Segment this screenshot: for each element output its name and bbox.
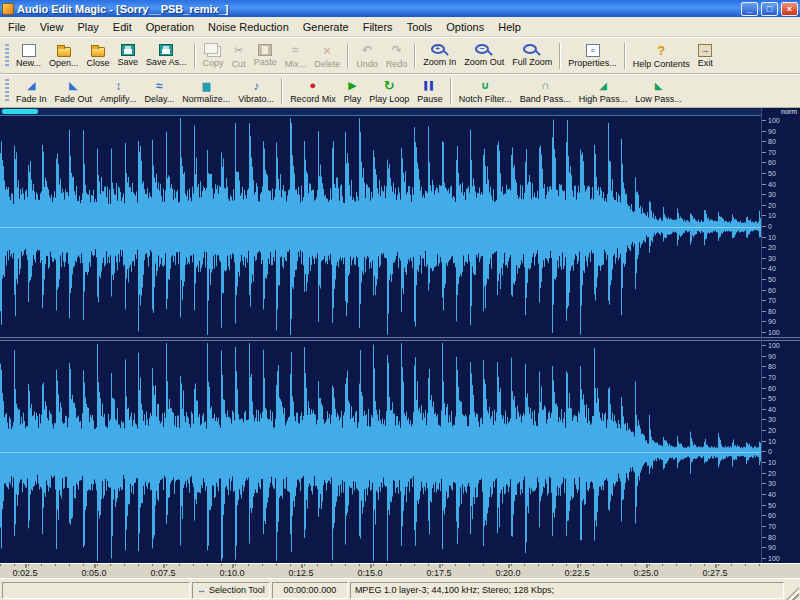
- exit-icon: →: [698, 44, 712, 57]
- menu-item-filters[interactable]: Filters: [356, 18, 400, 36]
- toolbar-button-undo: ↶Undo: [352, 41, 382, 71]
- record-mix-icon: ●: [306, 78, 320, 93]
- horizontal-scrollbar[interactable]: [0, 108, 761, 116]
- toolbar-button-notch-filter[interactable]: ∪Notch Filter...: [455, 76, 516, 106]
- status-panel-format: MPEG 1.0 layer-3; 44,100 kHz; Stereo; 12…: [350, 582, 784, 599]
- ruler-value: 0: [762, 223, 800, 230]
- ruler-value: 90: [762, 318, 800, 325]
- amplitude-ruler: norm 10090807060504030201001020304050607…: [761, 108, 800, 563]
- ruler-value: 10: [762, 459, 800, 466]
- toolbar-button-label: Redo: [386, 59, 408, 69]
- ruler-value: 60: [762, 512, 800, 519]
- ruler-value: 60: [762, 385, 800, 392]
- toolbar-button-zoom-out[interactable]: −Zoom Out: [460, 42, 508, 69]
- menu-item-help[interactable]: Help: [491, 18, 528, 36]
- menu-item-file[interactable]: File: [1, 18, 33, 36]
- toolbar-button-zoom-in[interactable]: +Zoom In: [419, 42, 460, 69]
- toolbar-button-mix: ≈Mix...: [281, 41, 311, 71]
- vibrato-icon: ♪: [249, 78, 263, 93]
- full-zoom-icon: [523, 44, 537, 54]
- toolbar-button-save-as[interactable]: Save As...: [142, 42, 191, 69]
- menu-item-options[interactable]: Options: [439, 18, 491, 36]
- play-loop-icon: ↻: [382, 78, 396, 93]
- waveform-right-channel[interactable]: [0, 341, 761, 563]
- ruler-value: 40: [762, 181, 800, 188]
- toolbar-button-open[interactable]: Open...: [45, 42, 83, 70]
- toolbar-button-properties[interactable]: ≡Properties...: [564, 42, 621, 70]
- selection-tool-icon: ↔: [197, 586, 206, 595]
- cursor-time: 00:00:00.000: [284, 585, 337, 595]
- toolbar-button-label: Notch Filter...: [459, 94, 512, 104]
- toolbar-button-save[interactable]: Save: [114, 42, 143, 69]
- ruler-value: 70: [762, 374, 800, 381]
- toolbar-button-delay[interactable]: ≈Delay...: [140, 76, 178, 106]
- timeline-label: 0:07.5: [150, 568, 175, 578]
- close-button[interactable]: ×: [781, 2, 798, 16]
- cut-icon: ✂: [232, 43, 246, 58]
- menu-item-play[interactable]: Play: [70, 18, 105, 36]
- toolbar-button-label: Zoom In: [423, 57, 456, 67]
- toolbar-button-label: Help Contents: [633, 59, 690, 69]
- ruler-value: 90: [762, 544, 800, 551]
- toolbar-button-fade-out[interactable]: ◣Fade Out: [51, 76, 97, 106]
- scrollbar-thumb[interactable]: [2, 109, 38, 114]
- toolbar-button-label: Full Zoom: [512, 57, 552, 67]
- toolbar-button-label: New...: [16, 58, 41, 68]
- toolbar-button-label: Close: [87, 58, 110, 68]
- toolbar-button-amplify[interactable]: ↕Amplify...: [96, 76, 140, 106]
- pause-icon: ▌▌: [423, 78, 437, 93]
- ruler-value: 0: [762, 448, 800, 455]
- maximize-button[interactable]: □: [761, 2, 778, 16]
- menu-item-generate[interactable]: Generate: [296, 18, 356, 36]
- toolbar-button-new[interactable]: New...: [12, 42, 45, 70]
- toolbar-button-pause[interactable]: ▌▌Pause: [413, 76, 447, 106]
- timeline-label: 0:12.5: [288, 568, 313, 578]
- toolbar-button-label: Zoom Out: [464, 57, 504, 67]
- toolbar-button-band-pass[interactable]: ∩Band Pass...: [516, 76, 575, 106]
- toolbar-button-fade-in[interactable]: ◢Fade In: [12, 76, 51, 106]
- selection-tool-label: Selection Tool: [209, 585, 265, 595]
- timeline-ruler[interactable]: 0:02.50:05.00:07.50:10.00:12.50:15.00:17…: [0, 563, 800, 578]
- menu-item-view[interactable]: View: [33, 18, 71, 36]
- toolbar-separator: [559, 43, 561, 69]
- toolbar-button-help-contents[interactable]: ?Help Contents: [629, 41, 694, 71]
- fade-out-icon: ◣: [66, 78, 80, 93]
- ruler-value: 40: [762, 265, 800, 272]
- toolbar-button-vibrato[interactable]: ♪Vibrato...: [234, 76, 278, 106]
- title-bar[interactable]: Audio Edit Magic - [Sorry__PSB_remix_] _…: [0, 0, 800, 17]
- ruler-value: 100: [762, 329, 800, 336]
- waveform-left-channel[interactable]: [0, 116, 761, 337]
- ruler-value: 30: [762, 480, 800, 487]
- mix-icon: ≈: [288, 43, 302, 58]
- resize-grip[interactable]: [786, 587, 799, 600]
- toolbar-grip: [5, 79, 9, 103]
- toolbar-button-play-loop[interactable]: ↻Play Loop: [365, 76, 413, 106]
- menu-item-edit[interactable]: Edit: [106, 18, 139, 36]
- ruler-value: 10: [762, 438, 800, 445]
- timeline-label: 0:05.0: [81, 568, 106, 578]
- menu-item-operation[interactable]: Operation: [139, 18, 201, 36]
- copy-icon: [204, 43, 218, 54]
- menu-bar: FileViewPlayEditOperationNoise Reduction…: [0, 17, 800, 37]
- amplitude-ruler-left: 1009080706050403020100102030405060708090…: [762, 116, 800, 337]
- zoom-out-icon: −: [475, 44, 489, 54]
- minimize-button[interactable]: _: [741, 2, 758, 16]
- toolbar-button-label: Low Pass...: [635, 94, 682, 104]
- toolbar-button-exit[interactable]: →Exit: [694, 42, 717, 70]
- toolbar-button-normalize[interactable]: ▆Normalize...: [178, 76, 234, 106]
- ruler-value: 20: [762, 202, 800, 209]
- toolbar-button-label: Amplify...: [100, 94, 136, 104]
- toolbar-button-play[interactable]: ▶Play: [340, 76, 366, 106]
- menu-item-noise-reduction[interactable]: Noise Reduction: [201, 18, 296, 36]
- amplitude-ruler-right: 1009080706050403020100102030405060708090…: [762, 341, 800, 563]
- timeline-label: 0:15.0: [357, 568, 382, 578]
- toolbar-button-full-zoom[interactable]: Full Zoom: [508, 42, 556, 69]
- toolbar-separator: [414, 43, 416, 69]
- toolbar-button-high-pass[interactable]: ◢High Pass...: [575, 76, 632, 106]
- toolbar-button-record-mix[interactable]: ●Record Mix: [286, 76, 340, 106]
- toolbar-button-label: Play Loop: [369, 94, 409, 104]
- ruler-value: 70: [762, 297, 800, 304]
- toolbar-button-close[interactable]: Close: [83, 42, 114, 70]
- menu-item-tools[interactable]: Tools: [400, 18, 440, 36]
- toolbar-button-low-pass[interactable]: ◣Low Pass...: [631, 76, 686, 106]
